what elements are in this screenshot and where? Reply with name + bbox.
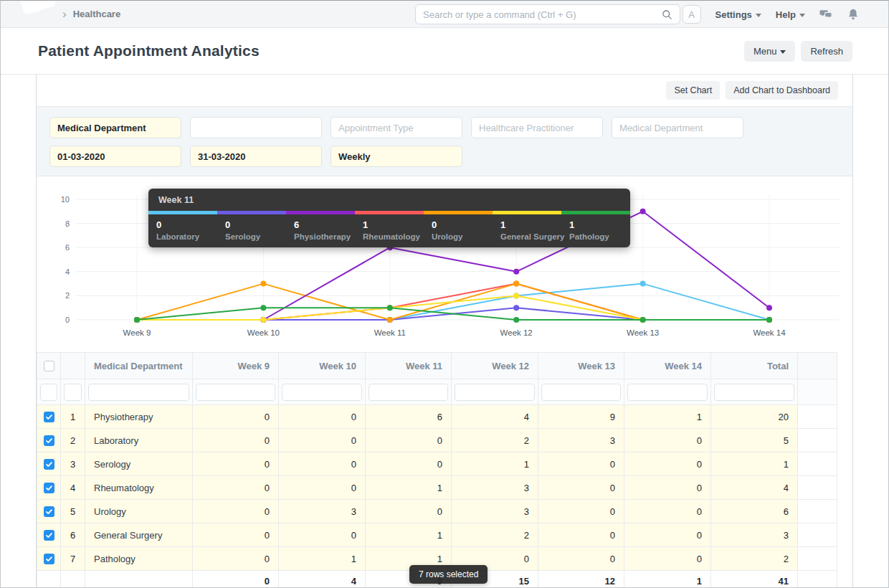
col-header-department[interactable]: Medical Department [85, 353, 193, 379]
col-header-week12[interactable]: Week 12 [452, 353, 538, 379]
chevron-down-icon [799, 14, 805, 17]
value-cell: 2 [711, 547, 798, 571]
row-checkbox[interactable] [44, 530, 54, 541]
point-physiotherapy[interactable] [640, 209, 646, 214]
point-pathology[interactable] [513, 317, 519, 323]
svg-text:0: 0 [65, 316, 70, 324]
tooltip-entry: 0Laboratory [148, 219, 217, 241]
value-cell: 0 [279, 476, 366, 500]
help-menu[interactable]: Help [776, 9, 805, 20]
row-checkbox[interactable] [44, 506, 54, 517]
column-filter-input[interactable] [40, 384, 57, 401]
column-filter-input[interactable] [455, 384, 535, 401]
row-checkbox[interactable] [44, 483, 54, 493]
point-general-surgery[interactable] [513, 293, 519, 298]
row-checkbox[interactable] [44, 554, 54, 564]
column-filter-input[interactable] [196, 384, 275, 401]
global-search[interactable] [415, 4, 680, 24]
table-row[interactable]: 2Laboratory0002305 [37, 429, 837, 452]
value-cell: 20 [711, 405, 798, 429]
select-all-checkbox[interactable] [44, 361, 54, 371]
value-cell: 0 [624, 429, 711, 452]
row-index: 5 [61, 500, 85, 523]
from-date-filter[interactable] [49, 146, 181, 167]
chart-tooltip: Week 11 0Laboratory 0Serology 6Physiothe… [148, 189, 630, 247]
point-physiotherapy[interactable] [766, 305, 772, 310]
value-cell: 6 [711, 500, 798, 523]
settings-menu[interactable]: Settings [716, 9, 761, 20]
report-datatable: Medical Department Week 9 Week 10 Week 1… [37, 352, 837, 588]
col-header-week11[interactable]: Week 11 [366, 353, 452, 379]
breadcrumb-healthcare[interactable]: Healthcare [73, 9, 120, 19]
column-filter-input[interactable] [64, 384, 82, 401]
row-checkbox[interactable] [44, 459, 54, 470]
chart-section: 0246810Week 9Week 10Week 11Week 12Week 1… [37, 176, 852, 352]
svg-text:Week 12: Week 12 [500, 328, 533, 337]
add-chart-to-dashboard-button[interactable]: Add Chart to Dashboard [726, 81, 838, 100]
tree-type-filter[interactable] [49, 117, 181, 138]
set-chart-button[interactable]: Set Chart [666, 81, 720, 100]
row-index: 2 [61, 429, 85, 452]
chevron-down-icon [756, 14, 761, 17]
medical-department-filter[interactable] [612, 117, 743, 138]
point-pathology[interactable] [387, 305, 393, 310]
table-row[interactable]: 5Urology0303006 [37, 500, 837, 523]
page-header: Patient Appointment Analytics Menu Refre… [1, 28, 888, 75]
column-filter-input[interactable] [88, 384, 189, 401]
search-input[interactable] [423, 9, 662, 20]
point-general-surgery[interactable] [260, 317, 266, 323]
point-urology[interactable] [260, 281, 266, 287]
to-date-filter[interactable] [190, 146, 322, 167]
col-header-week10[interactable]: Week 10 [279, 353, 366, 379]
department-cell: Physiotherapy [85, 405, 193, 429]
department-cell: Laboratory [85, 429, 193, 452]
column-filter-input[interactable] [627, 384, 708, 401]
point-pathology[interactable] [260, 305, 266, 310]
app-window: › Healthcare A Settings Help Patie [0, 0, 889, 588]
column-filter-input[interactable] [714, 384, 794, 401]
column-filter-input[interactable] [369, 384, 448, 401]
point-physiotherapy[interactable] [513, 269, 519, 275]
value-cell: 0 [366, 452, 452, 476]
point-pathology[interactable] [134, 317, 140, 323]
col-header-total[interactable]: Total [711, 353, 798, 379]
column-filter-input[interactable] [541, 384, 621, 401]
refresh-button[interactable]: Refresh [801, 41, 852, 62]
avatar[interactable]: A [683, 5, 701, 24]
value-cell: 6 [366, 405, 452, 429]
value-cell: 0 [193, 523, 279, 547]
point-pathology[interactable] [640, 317, 646, 323]
point-urology[interactable] [387, 317, 393, 323]
table-row[interactable]: 6General Surgery0012003 [37, 523, 837, 547]
table-row[interactable]: 1Physiotherapy00649120 [37, 405, 837, 429]
column-filter-input[interactable] [282, 384, 362, 401]
range-filter[interactable] [331, 146, 462, 167]
point-laboratory[interactable] [640, 281, 646, 287]
notifications-bell-icon[interactable] [847, 8, 860, 21]
tooltip-entry: 1Pathology [561, 219, 630, 241]
appointment-type-filter[interactable] [331, 117, 462, 138]
menu-button[interactable]: Menu [744, 41, 796, 62]
healthcare-practitioner-filter[interactable] [471, 117, 603, 138]
total-cell: 4 [279, 571, 366, 588]
value-cell: 0 [538, 523, 624, 547]
point-urology[interactable] [513, 281, 519, 287]
row-checkbox[interactable] [44, 412, 54, 422]
point-pathology[interactable] [766, 317, 772, 323]
table-row[interactable]: 3Serology0001001 [37, 452, 837, 476]
row-checkbox[interactable] [44, 435, 54, 446]
department-cell: Rheumatology [85, 476, 193, 500]
row-index: 7 [61, 547, 85, 571]
value-cell: 0 [624, 500, 711, 523]
table-row[interactable]: 4Rheumatology0013004 [37, 476, 837, 500]
card-toolbar: Set Chart Add Chart to Dashboard [37, 75, 852, 106]
value-cell: 0 [279, 405, 366, 429]
chat-icon[interactable] [819, 8, 832, 21]
point-serology[interactable] [513, 305, 519, 310]
value-cell: 3 [538, 429, 624, 452]
col-header-week13[interactable]: Week 13 [538, 353, 624, 379]
tooltip-entry: 0Serology [217, 219, 286, 241]
col-header-week14[interactable]: Week 14 [624, 353, 711, 379]
empty-filter[interactable] [190, 117, 322, 138]
col-header-week9[interactable]: Week 9 [193, 353, 279, 379]
